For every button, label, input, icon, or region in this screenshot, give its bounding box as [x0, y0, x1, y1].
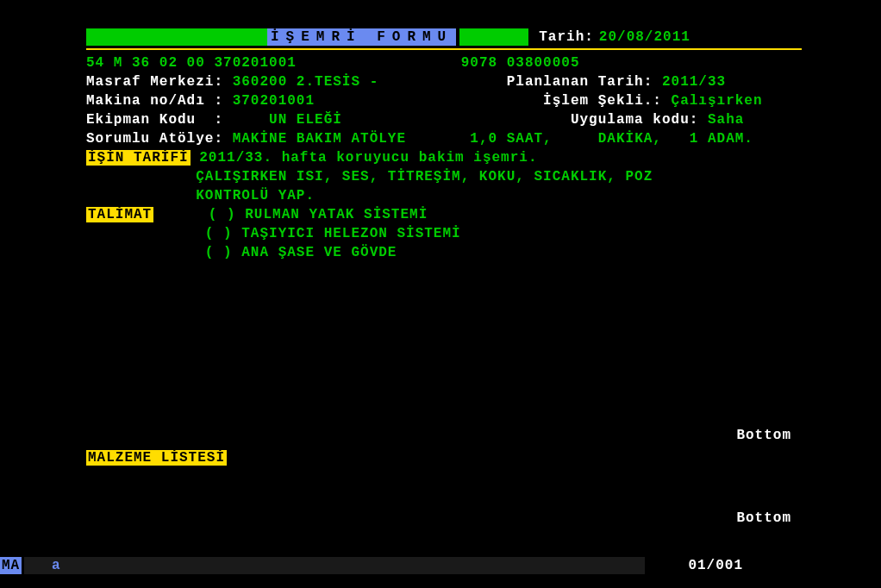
code-left: 54 M 36 02 00 370201001 — [86, 55, 297, 71]
status-page: 01/001 — [688, 557, 743, 574]
talimat-label: TALİMAT — [86, 207, 153, 222]
sorumlu-value: MAKİNE BAKIM ATÖLYE — [233, 131, 406, 147]
code-row: 54 M 36 02 00 370201001 9078 03800005 — [86, 53, 802, 72]
masraf-row: Masraf Merkezi: 360200 2.TESİS - Planlan… — [86, 72, 802, 91]
header-row: İŞEMRİ FORMU Tarih: 20/08/2011 — [86, 28, 802, 47]
bottom-marker-2: Bottom — [736, 510, 791, 526]
makina-row: Makina no/Adı : 370201001 İşlem Şekli.: … — [86, 91, 802, 110]
isin-tarifi-line2-row: ÇALIŞIRKEN ISI, SES, TİTREŞİM, KOKU, SIC… — [86, 167, 802, 186]
talimat-item-0[interactable]: ( ) RULMAN YATAK SİSTEMİ — [209, 207, 428, 222]
header-bar-right — [459, 28, 528, 46]
islem-label: İşlem Şekli.: — [543, 93, 662, 109]
talimat-item-1[interactable]: ( ) TAŞIYICI HELEZON SİSTEMİ — [205, 226, 461, 241]
form-title: İŞEMRİ FORMU — [267, 28, 456, 46]
plan-value: 2011/33 — [662, 74, 726, 90]
isin-tarifi-line3-row: KONTROLÜ YAP. — [86, 186, 802, 205]
masraf-label: Masraf Merkezi: — [86, 74, 223, 90]
isin-tarifi-line2: ÇALIŞIRKEN ISI, SES, TİTREŞİM, KOKU, SIC… — [196, 169, 653, 185]
bottom-marker-1: Bottom — [736, 428, 791, 443]
date-value: 20/08/2011 — [599, 29, 690, 45]
status-background — [24, 557, 645, 574]
talimat-item-2-row: ( ) ANA ŞASE VE GÖVDE — [86, 243, 802, 262]
masraf-value: 360200 2.TESİS - — [233, 74, 379, 90]
isin-tarifi-row: İŞİN TARİFİ 2011/33. hafta koruyucu baki… — [86, 148, 802, 167]
date-label: Tarih: — [539, 29, 594, 45]
talimat-item-2[interactable]: ( ) ANA ŞASE VE GÖVDE — [205, 245, 397, 260]
ekipman-label: Ekipman Kodu : — [86, 112, 223, 128]
status-indicator: a — [52, 557, 61, 574]
code-right: 9078 03800005 — [461, 55, 580, 71]
ekipman-value: UN ELEĞİ — [269, 112, 342, 128]
ekipman-row: Ekipman Kodu : UN ELEĞİ Uygulama kodu: S… — [86, 110, 802, 129]
status-mode: MA — [0, 557, 22, 574]
isin-tarifi-line1: 2011/33. hafta koruyucu bakim işemri. — [199, 150, 537, 166]
plan-label: Planlanan Tarih: — [507, 74, 653, 90]
sorumlu-row: Sorumlu Atölye: MAKİNE BAKIM ATÖLYE 1,0 … — [86, 129, 802, 148]
talimat-item-1-row: ( ) TAŞIYICI HELEZON SİSTEMİ — [86, 224, 802, 243]
status-bar: MA a 01/001 — [0, 557, 881, 576]
islem-value: Çalışırken — [672, 93, 763, 109]
uyg-value: Saha — [708, 112, 744, 128]
isin-tarifi-label: İŞİN TARİFİ — [86, 150, 191, 166]
header-bar-left — [86, 28, 267, 46]
divider — [86, 48, 802, 50]
makina-label: Makina no/Adı : — [86, 93, 223, 109]
talimat-row: TALİMAT ( ) RULMAN YATAK SİSTEMİ — [86, 205, 802, 224]
uyg-label: Uygulama kodu: — [571, 112, 698, 128]
malzeme-row: MALZEME LİSTESİ — [86, 450, 227, 466]
malzeme-label: MALZEME LİSTESİ — [86, 450, 227, 466]
sorumlu-time: 1,0 SAAT, DAKİKA, 1 ADAM. — [470, 131, 753, 147]
sorumlu-label: Sorumlu Atölye: — [86, 131, 223, 147]
isin-tarifi-line3: KONTROLÜ YAP. — [196, 188, 315, 203]
makina-value: 370201001 — [233, 93, 315, 109]
